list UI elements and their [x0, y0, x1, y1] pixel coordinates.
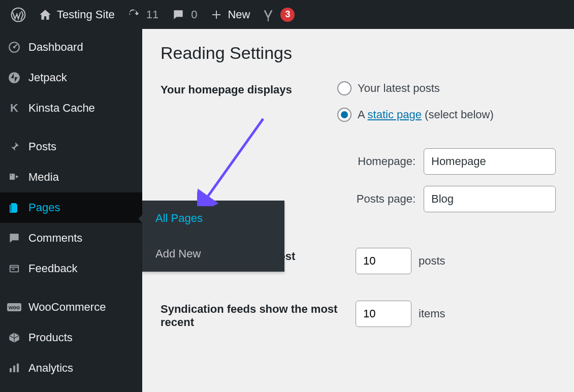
menu-analytics[interactable]: Analytics — [0, 353, 142, 383]
radio-static-page[interactable] — [337, 108, 352, 122]
menu-feedback[interactable]: Feedback — [0, 253, 142, 284]
menu-kinsta[interactable]: KKinsta Cache — [0, 93, 142, 123]
blog-pages-input[interactable] — [356, 248, 411, 274]
menu-media[interactable]: Media — [0, 162, 142, 192]
menu-woocommerce[interactable]: wooWooCommerce — [0, 292, 142, 322]
menu-pages[interactable]: Pages — [0, 192, 142, 223]
menu-separator — [0, 284, 142, 292]
dashboard-icon — [7, 40, 21, 54]
posts-page-select-label: Posts page: — [350, 192, 416, 206]
homepage-select[interactable]: Homepage — [424, 148, 556, 175]
refresh-icon — [127, 8, 140, 21]
menu-posts[interactable]: Posts — [0, 132, 142, 162]
submenu-add-new[interactable]: Add New — [142, 236, 284, 272]
latest-posts-label: Your latest posts — [358, 82, 440, 95]
static-page-link[interactable]: static page — [368, 108, 422, 121]
homepage-displays-label: Your homepage displays — [161, 81, 337, 96]
admin-sidebar: Dashboard Jetpack KKinsta Cache Posts Me… — [0, 29, 142, 392]
admin-toolbar: Testing Site 11 0 New 3 — [0, 0, 574, 29]
pages-submenu: All Pages Add New — [142, 201, 284, 272]
syndication-suffix: items — [419, 307, 445, 320]
kinsta-icon: K — [7, 101, 21, 115]
syndication-label: Syndication feeds show the most recent — [161, 301, 356, 329]
feedback-icon — [7, 262, 21, 276]
menu-jetpack[interactable]: Jetpack — [0, 62, 142, 93]
posts-page-select[interactable]: Blog — [424, 186, 556, 212]
site-title: Testing Site — [57, 8, 115, 21]
menu-dashboard[interactable]: Dashboard — [0, 32, 142, 62]
submenu-all-pages[interactable]: All Pages — [142, 201, 284, 236]
blog-pages-suffix: posts — [419, 254, 445, 268]
comments-count: 0 — [191, 8, 197, 21]
updates-count: 11 — [146, 8, 158, 21]
updates[interactable]: 11 — [121, 0, 166, 29]
svg-point-4 — [11, 175, 12, 176]
svg-rect-7 — [13, 366, 15, 372]
static-page-label: A static page (select below) — [358, 108, 494, 121]
new-label: New — [228, 8, 250, 21]
homepage-select-label: Homepage: — [350, 155, 416, 168]
menu-products[interactable]: Products — [0, 322, 142, 353]
svg-point-2 — [13, 46, 15, 48]
svg-rect-6 — [10, 368, 12, 372]
yoast-item[interactable]: 3 — [256, 0, 301, 29]
pages-icon — [7, 201, 21, 215]
yoast-badge: 3 — [280, 8, 295, 22]
syndication-input[interactable] — [356, 301, 411, 327]
woo-icon: woo — [7, 300, 21, 314]
svg-rect-8 — [17, 364, 19, 372]
wordpress-logo-icon[interactable] — [4, 0, 33, 29]
menu-separator — [0, 123, 142, 132]
comments-bubble[interactable]: 0 — [166, 0, 204, 29]
products-icon — [7, 331, 21, 345]
radio-latest-posts[interactable] — [337, 81, 352, 95]
svg-point-3 — [9, 72, 20, 83]
page-title: Reading Settings — [161, 43, 556, 63]
pin-icon — [7, 140, 21, 154]
new-content[interactable]: New — [204, 0, 256, 29]
menu-comments[interactable]: Comments — [0, 223, 142, 253]
comment-icon — [172, 8, 185, 21]
analytics-icon — [7, 361, 21, 375]
yoast-icon — [262, 8, 275, 21]
comments-icon — [7, 231, 21, 245]
jetpack-icon — [7, 71, 21, 85]
site-home[interactable]: Testing Site — [33, 0, 121, 29]
media-icon — [7, 170, 21, 184]
home-icon — [39, 8, 52, 21]
plus-icon — [210, 9, 222, 21]
